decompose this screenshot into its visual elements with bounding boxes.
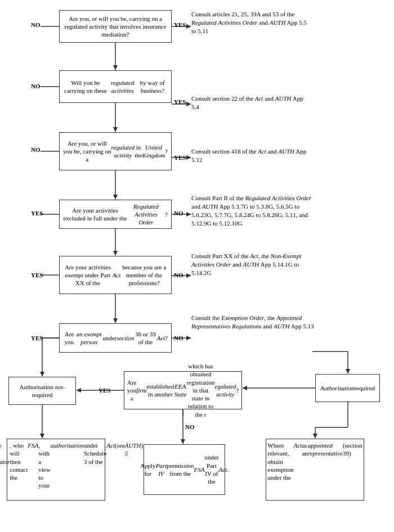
auth-not-required-box: Authorisation not-required bbox=[8, 377, 76, 405]
svg-marker-20 bbox=[186, 212, 191, 217]
auth-required-box: Authorisation required bbox=[315, 374, 380, 402]
bottom-box-1: Contact the Home State regulator, who wi… bbox=[7, 439, 105, 501]
svg-marker-33 bbox=[242, 386, 247, 390]
question-5-box: Are your activities exempt under Part XX… bbox=[59, 256, 172, 294]
svg-marker-27 bbox=[346, 369, 350, 374]
svg-marker-22 bbox=[186, 273, 191, 278]
label-no-q1: NO bbox=[31, 21, 41, 28]
label-no-q3: NO bbox=[31, 146, 41, 153]
question-3-box: Are you, or will you be, carrying on a r… bbox=[59, 132, 172, 170]
svg-marker-14 bbox=[186, 24, 191, 29]
annotation-6: Consult the Exemption Order, the Appoint… bbox=[191, 314, 314, 331]
svg-marker-16 bbox=[186, 102, 191, 106]
svg-marker-3 bbox=[113, 127, 118, 132]
label-no-q2: NO bbox=[31, 83, 41, 89]
svg-marker-31 bbox=[76, 388, 81, 393]
annotation-2: Consult section 22 of the Act and AUTH A… bbox=[191, 94, 310, 111]
svg-marker-29 bbox=[40, 434, 44, 439]
question-4-box: Are your activities excluded in full und… bbox=[59, 200, 172, 229]
label-yes-q4: YES bbox=[31, 210, 43, 217]
svg-marker-35 bbox=[181, 439, 185, 444]
question-7-box: Are you a firm established in another EE… bbox=[124, 371, 242, 409]
label-no-q7: NO bbox=[185, 423, 195, 430]
annotation-1: Consult articles 21, 25, 39A and 53 of t… bbox=[191, 10, 310, 35]
svg-marker-5 bbox=[113, 195, 118, 200]
svg-marker-7 bbox=[113, 251, 118, 256]
annotation-4: Consult Part II of the Regulated Activit… bbox=[191, 194, 314, 227]
svg-marker-12 bbox=[40, 372, 44, 377]
label-yes-q7: YES bbox=[98, 387, 110, 394]
annotation-3: Consult section 418 of the Act and AUTH … bbox=[191, 147, 310, 164]
label-yes-q2: YES bbox=[174, 98, 186, 105]
label-yes-q6: YES bbox=[31, 335, 43, 341]
bottom-box-3: Where relevant, obtain exemption under t… bbox=[266, 439, 364, 501]
question-2-box: Will you be carrying on these regulated … bbox=[59, 70, 172, 103]
label-yes-q1: YES bbox=[174, 21, 186, 28]
label-yes-q3: YES bbox=[174, 154, 186, 161]
label-no-q5: NO bbox=[174, 272, 183, 278]
svg-marker-18 bbox=[186, 155, 191, 160]
label-no-q6: NO bbox=[174, 335, 183, 341]
bottom-box-2: Apply for Part IV permission from the FS… bbox=[144, 444, 225, 495]
label-yes-q5: YES bbox=[31, 272, 43, 278]
label-no-q4: NO bbox=[174, 210, 183, 217]
svg-marker-39 bbox=[313, 434, 317, 439]
annotation-5: Consult Part XX of the Act, the Non-Exem… bbox=[191, 252, 314, 277]
svg-marker-24 bbox=[186, 336, 191, 340]
question-1-box: Are you, or will you be, carrying on a r… bbox=[59, 10, 172, 43]
svg-marker-9 bbox=[113, 318, 118, 323]
svg-marker-1 bbox=[113, 65, 118, 70]
question-6-box: Are you an exempt person under section 3… bbox=[59, 323, 172, 353]
flowchart-diagram: Are you, or will you be, carrying on a r… bbox=[0, 0, 394, 532]
